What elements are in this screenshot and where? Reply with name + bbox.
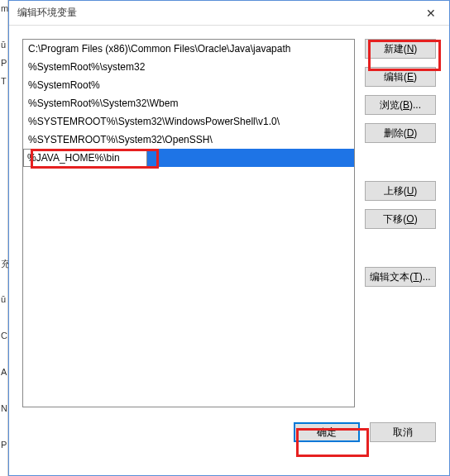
- list-item[interactable]: %SYSTEMROOT%\System32\WindowsPowerShell\…: [23, 112, 354, 131]
- new-button[interactable]: 新建(N): [365, 39, 436, 59]
- side-buttons: 新建(N) 编辑(E) 浏览(B)... 删除(D) 上移(U) 下移(O) 编…: [365, 39, 436, 407]
- path-listbox[interactable]: C:\Program Files (x86)\Common Files\Orac…: [22, 39, 355, 407]
- edit-button[interactable]: 编辑(E): [365, 67, 436, 87]
- browse-button[interactable]: 浏览(B)...: [365, 95, 436, 115]
- background-window-strip: mūPT充ūCANPL: [0, 0, 8, 476]
- close-icon: ✕: [426, 7, 436, 20]
- list-item-editing[interactable]: [23, 149, 354, 167]
- list-item[interactable]: %SystemRoot%: [23, 76, 354, 94]
- list-item[interactable]: %SystemRoot%\system32: [23, 58, 354, 76]
- cancel-button[interactable]: 取消: [370, 422, 436, 442]
- env-var-dialog: 编辑环境变量 ✕ C:\Program Files (x86)\Common F…: [8, 0, 450, 476]
- delete-button[interactable]: 删除(D): [365, 123, 436, 143]
- editing-input[interactable]: [23, 149, 147, 167]
- edit-text-button[interactable]: 编辑文本(T)...: [365, 267, 436, 287]
- list-item[interactable]: %SystemRoot%\System32\Wbem: [23, 94, 354, 112]
- dialog-footer: 确定 取消: [9, 414, 449, 454]
- list-item[interactable]: %SYSTEMROOT%\System32\OpenSSH\: [23, 131, 354, 149]
- titlebar: 编辑环境变量 ✕: [9, 1, 449, 26]
- dialog-title: 编辑环境变量: [17, 6, 413, 20]
- close-button[interactable]: ✕: [413, 1, 449, 26]
- ok-button[interactable]: 确定: [294, 422, 360, 442]
- list-item[interactable]: C:\Program Files (x86)\Common Files\Orac…: [23, 40, 354, 58]
- move-up-button[interactable]: 上移(U): [365, 181, 436, 201]
- move-down-button[interactable]: 下移(O): [365, 209, 436, 229]
